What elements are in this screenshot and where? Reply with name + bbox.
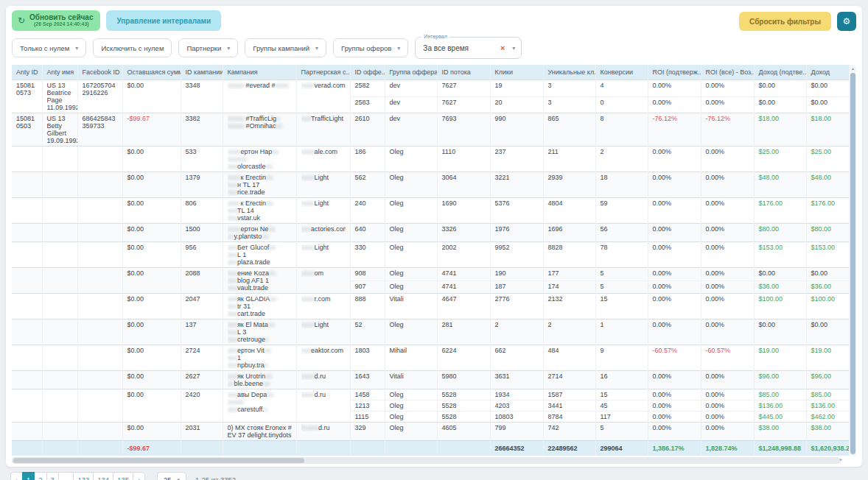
offer-group-cell: Oleg xyxy=(385,412,437,423)
redacted-text: xxxx xyxy=(301,373,315,380)
redacted-text: xx xyxy=(269,244,276,251)
redacted-text: xxx xyxy=(228,244,238,251)
roi-all-cell: -76.12% xyxy=(701,113,754,147)
totals-cell xyxy=(12,441,42,456)
column-header[interactable]: ROI (подтверж... xyxy=(648,65,701,80)
filter-button[interactable]: Исключить с нулем xyxy=(93,38,172,57)
column-header[interactable]: Клики xyxy=(490,65,543,80)
flow-id-cell: 5528 xyxy=(437,400,490,412)
page-button[interactable]: 133 xyxy=(73,472,94,480)
column-header[interactable]: Доход xyxy=(806,65,849,80)
flow-id-cell: 7693 xyxy=(437,113,490,147)
scroll-right-icon[interactable]: ▸ xyxy=(840,456,842,462)
manage-intervals-button[interactable]: Управление интервалами xyxy=(106,10,221,31)
column-header[interactable]: Конверсии xyxy=(595,65,648,80)
reset-filters-button[interactable]: Сбросить фильтры xyxy=(739,12,831,31)
column-header[interactable]: Доход (подтве... xyxy=(754,65,806,80)
anty-id-cell xyxy=(12,242,42,268)
chevron-down-icon: ▾ xyxy=(178,477,181,480)
vertical-scroll-thumb[interactable] xyxy=(850,73,855,454)
clicks-cell: 5376 xyxy=(490,198,543,224)
conversions-cell: 117 xyxy=(595,412,648,423)
anty-name-cell: US 13 Beatrice Page 11.09.1992 xyxy=(42,80,77,113)
column-header[interactable]: ROI (все) - Воз... xyxy=(701,65,754,80)
income-cell: $136.00 xyxy=(806,400,849,412)
income-cell: $462.00 xyxy=(806,412,849,423)
page-ellipsis: … xyxy=(58,472,74,480)
offer-id-cell: 52 xyxy=(350,320,385,345)
facebook-id-cell xyxy=(77,320,122,345)
offer-row: 150810503US 13 Betty Gilbert 19.09.19926… xyxy=(12,113,849,147)
redacted-text: xxx xyxy=(228,336,238,343)
income-confirmed-cell: $136.00 xyxy=(754,400,806,412)
income-confirmed-cell: $80.00 xyxy=(754,224,806,242)
next-page-button[interactable]: › xyxy=(133,472,145,480)
remaining-sum-cell: $0.00 xyxy=(122,294,181,320)
flow-id-cell: 2002 xyxy=(437,242,490,268)
totals-cell xyxy=(77,441,122,456)
clear-interval-icon[interactable]: × xyxy=(499,43,506,52)
page-size-select[interactable]: 25 ▾ xyxy=(157,472,186,480)
flow-id-cell: 4605 xyxy=(437,423,490,441)
column-header[interactable]: Кампания xyxy=(223,65,296,80)
column-header[interactable]: Anty ID xyxy=(12,65,42,80)
facebook-id-cell: 1672057042916226 xyxy=(77,80,122,113)
redacted-text: xxxx xyxy=(228,174,241,181)
column-header[interactable]: ID кампании xyxy=(181,65,223,80)
column-header[interactable]: Уникальные кл... xyxy=(543,65,595,80)
column-header[interactable]: ID оффе... xyxy=(350,65,385,80)
unique-clicks-cell: 3441 xyxy=(543,400,595,412)
column-header[interactable]: Группа оффера xyxy=(385,65,437,80)
redacted-text: xx xyxy=(270,295,276,303)
chevron-down-icon: ▾ xyxy=(75,45,78,52)
filter-button[interactable]: Группы оферов▾ xyxy=(333,38,408,57)
partner-network-cell: xxxTrafficLight xyxy=(296,113,350,147)
redacted-text: xxxxx xyxy=(228,115,245,122)
filter-button[interactable]: Партнерки▾ xyxy=(178,38,238,57)
conversions-cell: 5 xyxy=(595,423,648,441)
filter-buttons: Только с нулем▾Исключить с нулемПартнерк… xyxy=(12,38,408,57)
filter-button[interactable]: Группы кампаний▾ xyxy=(245,38,326,57)
unique-clicks-cell: 4804 xyxy=(543,198,595,224)
scroll-up-icon[interactable]: ▲ xyxy=(850,65,856,72)
facebook-id-cell xyxy=(77,198,122,224)
page-button[interactable]: 2 xyxy=(34,472,46,480)
filter-label: Только с нулем xyxy=(20,44,69,52)
partner-network-cell: xxxxLight xyxy=(296,172,350,198)
interval-select[interactable]: Интервал За все время × ▾ xyxy=(415,37,522,59)
page-button[interactable]: 135 xyxy=(113,472,133,480)
filter-button[interactable]: Только с нулем▾ xyxy=(12,38,86,57)
vertical-scrollbar[interactable]: ▲ xyxy=(850,65,856,456)
income-confirmed-cell: $0.00 xyxy=(754,80,806,97)
column-header[interactable]: ID потока xyxy=(437,65,490,80)
column-header[interactable]: Партнерская с... xyxy=(296,65,350,80)
roi-all-cell: 0.00% xyxy=(701,320,754,345)
filter-bar: Только с нулем▾Исключить с нулемПартнерк… xyxy=(12,35,856,60)
redacted-text: xxxxxx xyxy=(228,155,248,163)
prev-page-button[interactable]: ‹ xyxy=(10,472,23,480)
refresh-now-button[interactable]: ↻ Обновить сейчас (26 Sep 2024 14:40:43) xyxy=(12,10,100,31)
column-header[interactable]: Anty имя xyxy=(42,65,77,80)
horizontal-scrollbar[interactable]: ▸ xyxy=(12,457,841,464)
conversions-cell: 45 xyxy=(595,400,648,412)
redacted-text: xx xyxy=(228,380,234,387)
conversions-cell: 78 xyxy=(595,242,648,268)
income-cell: $0.00 xyxy=(806,320,849,345)
redacted-text: xx xyxy=(276,122,283,130)
page-button[interactable]: 134 xyxy=(93,472,113,480)
flow-id-cell: 5528 xyxy=(437,389,490,400)
page-button[interactable]: 1 xyxy=(22,472,35,480)
remaining-sum-cell: $0.00 xyxy=(122,371,181,389)
page-button[interactable]: 3 xyxy=(46,472,59,480)
column-header[interactable]: Facebook ID xyxy=(77,65,122,80)
anty-id-cell xyxy=(12,224,42,242)
settings-button[interactable]: ⚙ xyxy=(837,12,856,31)
column-header[interactable]: Оставшаяся сумма xyxy=(122,65,181,80)
offer-row: $0.0020310) MX стояк Eronex #olddocEV 37… xyxy=(12,423,849,441)
redacted-text: xxxx xyxy=(301,82,315,89)
horizontal-scroll-thumb[interactable] xyxy=(13,458,304,463)
roi-all-cell: 0.00% xyxy=(701,96,754,113)
campaign-id-cell: 2627 xyxy=(181,371,223,389)
partner-network-cell: xxxxr.com xyxy=(296,294,350,320)
redacted-text: xxxx xyxy=(301,391,315,398)
